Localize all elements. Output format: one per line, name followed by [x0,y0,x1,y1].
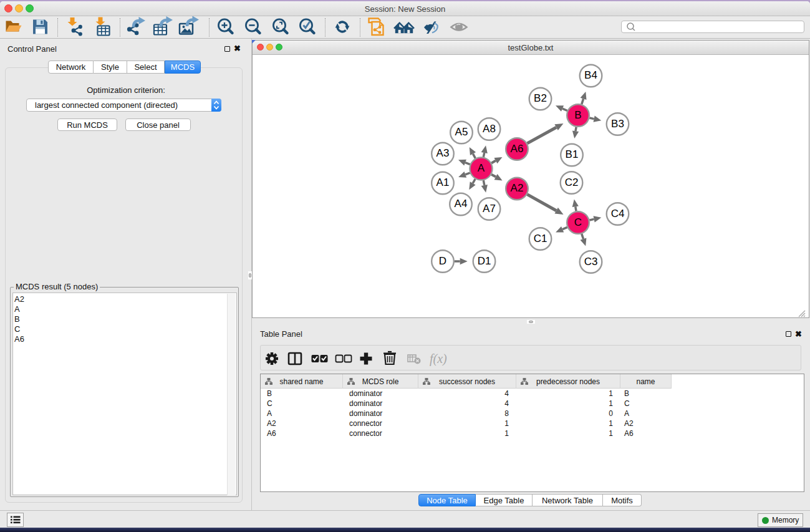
svg-text:B: B [574,109,581,121]
svg-text:A6: A6 [511,143,524,155]
svg-text:A: A [478,162,485,174]
svg-text:B4: B4 [584,69,597,81]
svg-text:C: C [574,216,582,228]
svg-text:B2: B2 [534,92,547,104]
svg-text:A2: A2 [511,182,524,194]
svg-text:A1: A1 [436,177,450,188]
svg-text:D1: D1 [478,255,491,267]
svg-text:A7: A7 [483,203,496,215]
svg-text:A5: A5 [455,126,468,138]
svg-text:B3: B3 [611,118,624,130]
svg-text:D: D [439,255,446,267]
svg-text:A3: A3 [436,147,450,159]
svg-text:A8: A8 [483,123,496,135]
svg-text:f(x): f(x) [430,352,447,366]
svg-text:C1: C1 [534,233,547,244]
svg-text:B1: B1 [566,148,579,160]
svg-text:C3: C3 [584,256,598,268]
svg-text:C2: C2 [565,177,579,188]
svg-text:C4: C4 [611,208,625,220]
svg-text:A4: A4 [455,198,468,210]
